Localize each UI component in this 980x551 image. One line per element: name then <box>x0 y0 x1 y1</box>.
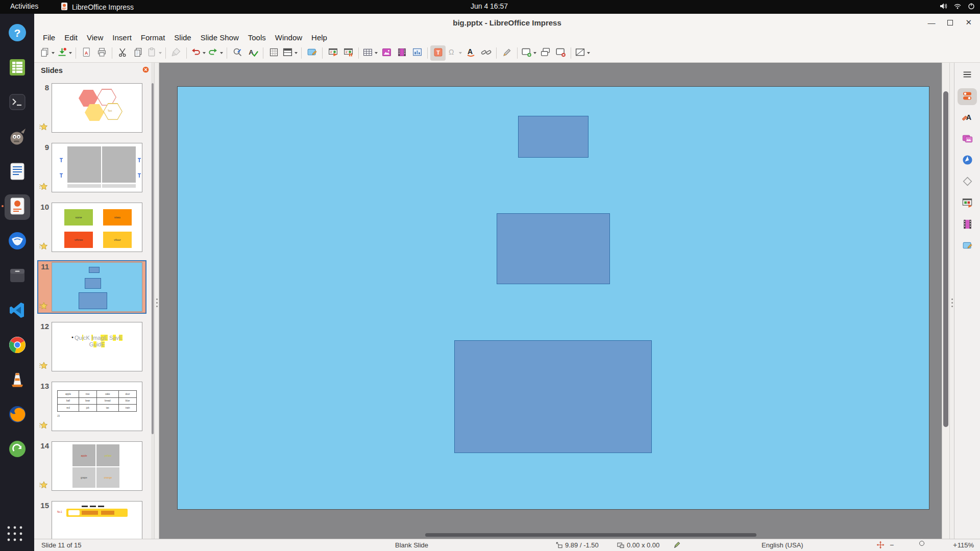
slide-thumbnail-13[interactable]: appletreecakedoorballbearbreadblueredjob… <box>52 382 142 431</box>
dropdown-arrow-icon[interactable] <box>220 52 223 54</box>
dropdown-arrow-icon[interactable] <box>203 52 206 54</box>
toolbar-new-document-button[interactable] <box>38 45 56 61</box>
slide-item-9[interactable]: 9 <box>37 141 146 194</box>
dropdown-arrow-icon[interactable] <box>533 52 536 54</box>
toolbar-insert-media-button[interactable] <box>394 45 409 61</box>
slide-thumbnail-8[interactable]: Text <box>52 83 142 133</box>
show-applications-button[interactable] <box>5 523 25 546</box>
dock-item-help[interactable]: ? <box>5 21 30 46</box>
close-button[interactable]: ✕ <box>965 18 972 27</box>
toolbar-undo-button[interactable] <box>189 45 207 61</box>
sidebar-tab-navigator[interactable] <box>958 153 977 169</box>
toolbar-copy-button[interactable] <box>130 45 145 61</box>
maximize-button[interactable] <box>947 20 953 26</box>
menu-tools[interactable]: Tools <box>243 32 271 43</box>
slide-thumbnail-15[interactable]: No.1 <box>52 501 142 539</box>
dropdown-arrow-icon[interactable] <box>295 52 298 54</box>
slide-item-12[interactable]: 12● QuicK ImagE SavEGuidE <box>37 320 146 373</box>
status-zoom-percent[interactable]: 115% <box>958 541 974 549</box>
slide-item-8[interactable]: 8Text <box>37 81 146 135</box>
menu-view[interactable]: View <box>82 32 108 43</box>
dock-item-backups[interactable] <box>5 437 30 463</box>
slide-thumbnail-10[interactable]: vonevtwovthreevfour <box>52 203 142 252</box>
sidebar-tab-shapes[interactable] <box>958 174 977 191</box>
toolbar-export-pdf-button[interactable]: A <box>79 45 94 61</box>
slide-item-14[interactable]: 14appleyellowgrapeorange <box>37 439 146 493</box>
toolbar-cut-button[interactable] <box>115 45 130 61</box>
slide-item-13[interactable]: 13appletreecakedoorballbearbreadblueredj… <box>37 380 146 433</box>
toolbar-display-grid-button[interactable] <box>266 45 281 61</box>
status-language[interactable]: English (USA) <box>762 541 803 549</box>
menu-help[interactable]: Help <box>307 32 332 43</box>
toolbar-find-replace-button[interactable] <box>230 45 245 61</box>
sidebar-splitter[interactable] <box>949 63 954 539</box>
titlebar[interactable]: big.pptx - LibreOffice Impress — ✕ <box>34 14 980 31</box>
dropdown-arrow-icon[interactable] <box>587 52 590 54</box>
menu-edit[interactable]: Edit <box>60 32 82 43</box>
toolbar-fontwork-button[interactable]: A <box>463 45 478 61</box>
zoom-out-button[interactable]: − <box>890 541 894 549</box>
toolbar-insert-table-button[interactable] <box>361 45 379 61</box>
toolbar-paste-button[interactable] <box>145 45 163 61</box>
slides-panel-scrollbar-thumb[interactable] <box>152 83 154 434</box>
toolbar-insert-image-button[interactable] <box>379 45 394 61</box>
minimize-button[interactable]: — <box>927 18 935 27</box>
toolbar-start-current-slide-button[interactable] <box>340 45 356 61</box>
dock-item-gimp[interactable] <box>5 125 30 151</box>
toolbar-special-character-button[interactable]: Ω <box>446 45 463 61</box>
toolbar-print-button[interactable] <box>94 45 109 61</box>
panel-splitter[interactable] <box>154 63 159 539</box>
menu-slide[interactable]: Slide <box>169 32 195 43</box>
vertical-scrollbar[interactable] <box>942 63 949 539</box>
system-tray[interactable] <box>940 3 975 11</box>
dock-item-vscode[interactable] <box>5 298 30 324</box>
sidebar-tab-slide-transition[interactable] <box>958 195 977 212</box>
slide-shape-small[interactable] <box>518 116 589 158</box>
menu-format[interactable]: Format <box>136 32 170 43</box>
horizontal-scrollbar-thumb[interactable] <box>425 533 756 537</box>
slide-canvas[interactable] <box>177 86 929 510</box>
dock-item-vlc[interactable] <box>5 368 30 393</box>
slides-panel-close-icon[interactable] <box>142 66 149 74</box>
slide-thumbnail-14[interactable]: appleyellowgrapeorange <box>52 441 142 491</box>
menu-insert[interactable]: Insert <box>108 32 136 43</box>
toolbar-clone-formatting-button[interactable] <box>168 45 184 61</box>
sidebar-tab-master-slides[interactable] <box>958 238 977 255</box>
slide-thumbnail-12[interactable]: ● QuicK ImagE SavEGuidE <box>52 322 142 371</box>
toolbar-slide-layout-button[interactable] <box>574 45 591 61</box>
menu-slide-show[interactable]: Slide Show <box>196 32 243 43</box>
vertical-scrollbar-thumb[interactable] <box>943 91 948 427</box>
toolbar-save-button[interactable] <box>56 45 73 61</box>
toolbar-hyperlink-button[interactable] <box>478 45 494 61</box>
slide-item-15[interactable]: 15 No.1 <box>37 499 146 539</box>
zoom-in-button[interactable]: + <box>953 541 957 549</box>
toolbar-redo-button[interactable] <box>207 45 224 61</box>
dropdown-arrow-icon[interactable] <box>459 52 462 54</box>
sidebar-tab-gallery[interactable] <box>958 131 977 148</box>
toolbar-master-slide-button[interactable] <box>304 45 320 61</box>
menu-file[interactable]: File <box>38 32 60 43</box>
dock-item-firefox[interactable] <box>5 403 30 428</box>
status-layout-name[interactable]: Blank Slide <box>395 541 428 549</box>
slide-thumbnail-11[interactable] <box>52 262 142 312</box>
dock-item-writer[interactable] <box>5 160 30 185</box>
dock-item-files[interactable] <box>5 264 30 289</box>
slide-thumbnail-9[interactable] <box>52 143 142 192</box>
toolbar-insert-chart-button[interactable] <box>409 45 425 61</box>
toolbar-display-views-button[interactable] <box>281 45 299 61</box>
menu-window[interactable]: Window <box>271 32 307 43</box>
dropdown-arrow-icon[interactable] <box>375 52 378 54</box>
dock-item-thunderbird[interactable] <box>5 229 30 255</box>
sidebar-tab-animation[interactable] <box>958 217 977 234</box>
slide-shape-large[interactable] <box>454 340 652 453</box>
dock-item-chrome[interactable] <box>5 333 30 359</box>
focused-app-indicator[interactable]: LibreOffice Impress <box>60 2 134 12</box>
activities-button[interactable]: Activities <box>7 2 41 10</box>
slide-item-10[interactable]: 10vonevtwovthreevfour <box>37 201 146 254</box>
toolbar-delete-slide-button[interactable] <box>553 45 568 61</box>
dropdown-arrow-icon[interactable] <box>52 52 55 54</box>
toolbar-spelling-button[interactable]: A <box>245 45 260 61</box>
zoom-slider-thumb[interactable] <box>919 541 924 546</box>
dropdown-arrow-icon[interactable] <box>159 52 162 54</box>
sidebar-tab-sidebar-settings[interactable] <box>958 67 977 84</box>
